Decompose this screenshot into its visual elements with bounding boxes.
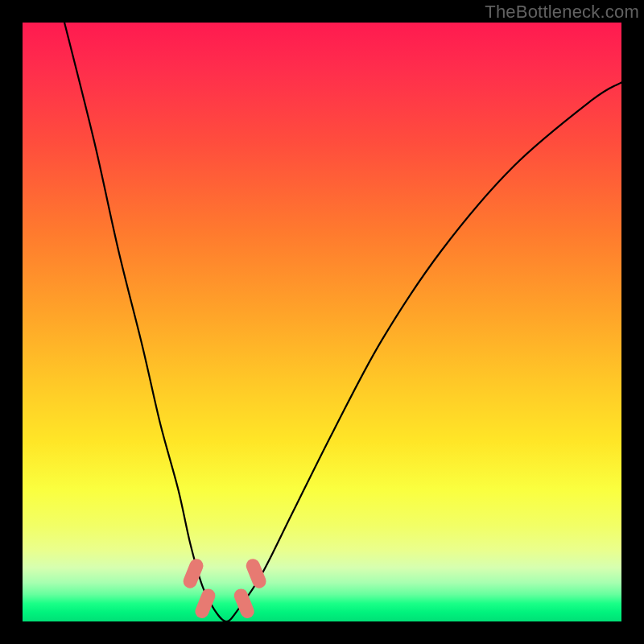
curve-layer (23, 23, 621, 621)
watermark-text: TheBottleneck.com (485, 2, 639, 23)
trough-marker-4 (244, 557, 268, 591)
plot-area (23, 23, 621, 621)
trough-markers (181, 557, 268, 621)
bottleneck-curve (64, 23, 621, 621)
trough-marker-3 (232, 587, 256, 621)
trough-marker-2 (193, 587, 217, 621)
bottleneck-chart: TheBottleneck.com (0, 0, 644, 644)
